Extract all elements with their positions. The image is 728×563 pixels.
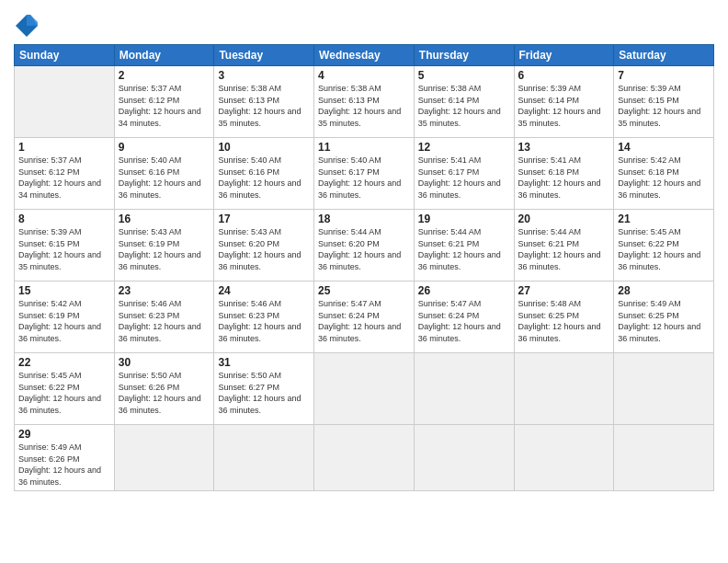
calendar-cell — [514, 353, 614, 425]
calendar-cell: 26Sunrise: 5:47 AMSunset: 6:24 PMDayligh… — [414, 282, 514, 353]
day-number: 4 — [318, 69, 410, 82]
day-number: 15 — [18, 284, 110, 297]
logo — [14, 13, 43, 39]
day-info: Sunrise: 5:38 AMSunset: 6:14 PMDaylight:… — [418, 83, 510, 129]
day-number: 17 — [218, 213, 310, 225]
day-number: 20 — [518, 213, 610, 225]
calendar-table: SundayMondayTuesdayWednesdayThursdayFrid… — [14, 44, 714, 491]
calendar-cell — [214, 425, 314, 491]
day-number: 6 — [518, 69, 610, 82]
calendar-cell: 28Sunrise: 5:49 AMSunset: 6:25 PMDayligh… — [614, 282, 714, 353]
calendar-cell: 5Sunrise: 5:38 AMSunset: 6:14 PMDaylight… — [414, 66, 514, 138]
calendar-cell — [514, 425, 614, 491]
day-number: 28 — [618, 284, 710, 297]
day-number: 21 — [618, 213, 710, 225]
day-info: Sunrise: 5:39 AMSunset: 6:14 PMDaylight:… — [518, 83, 610, 129]
day-number: 5 — [418, 69, 510, 82]
calendar-cell: 19Sunrise: 5:44 AMSunset: 6:21 PMDayligh… — [414, 210, 514, 282]
calendar-cell: 11Sunrise: 5:40 AMSunset: 6:17 PMDayligh… — [314, 138, 415, 210]
calendar-cell: 17Sunrise: 5:43 AMSunset: 6:20 PMDayligh… — [214, 210, 314, 282]
day-header-sunday: Sunday — [15, 45, 115, 66]
day-number: 19 — [418, 213, 510, 225]
day-info: Sunrise: 5:47 AMSunset: 6:24 PMDaylight:… — [418, 298, 510, 344]
day-info: Sunrise: 5:46 AMSunset: 6:23 PMDaylight:… — [119, 298, 210, 344]
day-info: Sunrise: 5:45 AMSunset: 6:22 PMDaylight:… — [618, 226, 710, 272]
day-number: 9 — [119, 141, 210, 154]
calendar-cell: 31Sunrise: 5:50 AMSunset: 6:27 PMDayligh… — [214, 353, 314, 425]
day-number: 10 — [218, 141, 310, 154]
calendar-cell: 2Sunrise: 5:37 AMSunset: 6:12 PMDaylight… — [114, 66, 214, 138]
calendar-cell: 30Sunrise: 5:50 AMSunset: 6:26 PMDayligh… — [114, 353, 214, 425]
calendar-cell — [414, 353, 514, 425]
day-info: Sunrise: 5:37 AMSunset: 6:12 PMDaylight:… — [119, 83, 210, 129]
calendar-cell: 14Sunrise: 5:42 AMSunset: 6:18 PMDayligh… — [614, 138, 714, 210]
day-info: Sunrise: 5:40 AMSunset: 6:16 PMDaylight:… — [218, 155, 310, 201]
calendar-cell — [414, 425, 514, 491]
calendar-cell: 9Sunrise: 5:40 AMSunset: 6:16 PMDaylight… — [114, 138, 214, 210]
day-number: 14 — [618, 141, 710, 154]
day-number: 22 — [18, 356, 110, 369]
calendar-cell: 7Sunrise: 5:39 AMSunset: 6:15 PMDaylight… — [614, 66, 714, 138]
day-info: Sunrise: 5:50 AMSunset: 6:27 PMDaylight:… — [218, 370, 310, 416]
day-info: Sunrise: 5:44 AMSunset: 6:21 PMDaylight:… — [418, 226, 510, 272]
day-number: 31 — [218, 356, 310, 369]
day-header-wednesday: Wednesday — [314, 45, 415, 66]
calendar-cell — [614, 425, 714, 491]
day-number: 7 — [618, 69, 710, 82]
calendar-cell: 27Sunrise: 5:48 AMSunset: 6:25 PMDayligh… — [514, 282, 614, 353]
calendar-cell — [614, 353, 714, 425]
day-info: Sunrise: 5:44 AMSunset: 6:20 PMDaylight:… — [318, 226, 410, 272]
day-number: 3 — [218, 69, 310, 82]
calendar-cell: 3Sunrise: 5:38 AMSunset: 6:13 PMDaylight… — [214, 66, 314, 138]
day-number: 1 — [18, 141, 110, 154]
calendar-cell: 20Sunrise: 5:44 AMSunset: 6:21 PMDayligh… — [514, 210, 614, 282]
day-info: Sunrise: 5:41 AMSunset: 6:17 PMDaylight:… — [418, 155, 510, 201]
day-info: Sunrise: 5:40 AMSunset: 6:16 PMDaylight:… — [119, 155, 210, 201]
day-info: Sunrise: 5:38 AMSunset: 6:13 PMDaylight:… — [218, 83, 310, 129]
day-info: Sunrise: 5:39 AMSunset: 6:15 PMDaylight:… — [618, 83, 710, 129]
calendar-cell: 22Sunrise: 5:45 AMSunset: 6:22 PMDayligh… — [15, 353, 115, 425]
day-info: Sunrise: 5:50 AMSunset: 6:26 PMDaylight:… — [119, 370, 210, 416]
day-number: 26 — [418, 284, 510, 297]
day-info: Sunrise: 5:43 AMSunset: 6:20 PMDaylight:… — [218, 226, 310, 272]
day-number: 8 — [18, 213, 110, 225]
calendar-cell: 29Sunrise: 5:49 AMSunset: 6:26 PMDayligh… — [15, 425, 115, 491]
day-number: 27 — [518, 284, 610, 297]
day-header-thursday: Thursday — [414, 45, 514, 66]
day-info: Sunrise: 5:48 AMSunset: 6:25 PMDaylight:… — [518, 298, 610, 344]
day-info: Sunrise: 5:43 AMSunset: 6:19 PMDaylight:… — [119, 226, 210, 272]
page: SundayMondayTuesdayWednesdayThursdayFrid… — [0, 0, 728, 563]
calendar-cell: 12Sunrise: 5:41 AMSunset: 6:17 PMDayligh… — [414, 138, 514, 210]
day-header-tuesday: Tuesday — [214, 45, 314, 66]
day-number: 13 — [518, 141, 610, 154]
day-info: Sunrise: 5:40 AMSunset: 6:17 PMDaylight:… — [318, 155, 410, 201]
day-number: 30 — [119, 356, 210, 369]
calendar-cell — [314, 353, 415, 425]
day-number: 12 — [418, 141, 510, 154]
day-info: Sunrise: 5:41 AMSunset: 6:18 PMDaylight:… — [518, 155, 610, 201]
svg-marker-2 — [27, 15, 38, 26]
day-info: Sunrise: 5:47 AMSunset: 6:24 PMDaylight:… — [318, 298, 410, 344]
day-header-saturday: Saturday — [614, 45, 714, 66]
day-number: 24 — [218, 284, 310, 297]
day-info: Sunrise: 5:42 AMSunset: 6:18 PMDaylight:… — [618, 155, 710, 201]
day-info: Sunrise: 5:49 AMSunset: 6:25 PMDaylight:… — [618, 298, 710, 344]
day-info: Sunrise: 5:45 AMSunset: 6:22 PMDaylight:… — [18, 370, 110, 416]
calendar-cell: 4Sunrise: 5:38 AMSunset: 6:13 PMDaylight… — [314, 66, 415, 138]
calendar-cell: 23Sunrise: 5:46 AMSunset: 6:23 PMDayligh… — [114, 282, 214, 353]
day-number: 2 — [119, 69, 210, 82]
day-header-monday: Monday — [114, 45, 214, 66]
day-header-friday: Friday — [514, 45, 614, 66]
day-number: 29 — [18, 428, 110, 441]
calendar-cell: 24Sunrise: 5:46 AMSunset: 6:23 PMDayligh… — [214, 282, 314, 353]
calendar-cell — [114, 425, 214, 491]
day-info: Sunrise: 5:49 AMSunset: 6:26 PMDaylight:… — [18, 442, 110, 488]
logo-icon — [14, 13, 40, 39]
day-info: Sunrise: 5:37 AMSunset: 6:12 PMDaylight:… — [18, 155, 110, 201]
calendar-cell: 13Sunrise: 5:41 AMSunset: 6:18 PMDayligh… — [514, 138, 614, 210]
calendar-cell: 6Sunrise: 5:39 AMSunset: 6:14 PMDaylight… — [514, 66, 614, 138]
day-info: Sunrise: 5:38 AMSunset: 6:13 PMDaylight:… — [318, 83, 410, 129]
calendar-cell: 1Sunrise: 5:37 AMSunset: 6:12 PMDaylight… — [15, 138, 115, 210]
calendar-cell: 15Sunrise: 5:42 AMSunset: 6:19 PMDayligh… — [15, 282, 115, 353]
calendar-cell — [15, 66, 115, 138]
